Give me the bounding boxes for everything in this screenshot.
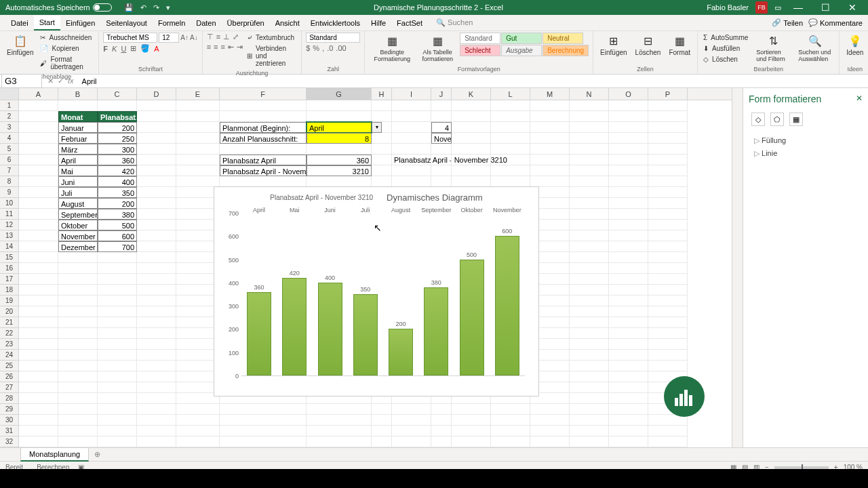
- row-header-10[interactable]: 10: [0, 198, 19, 209]
- cell-D32[interactable]: [137, 436, 176, 447]
- cell-A32[interactable]: [19, 436, 58, 447]
- size-tab-icon[interactable]: ▦: [789, 113, 803, 126]
- row-header-11[interactable]: 11: [0, 209, 19, 220]
- cell-G29[interactable]: [307, 404, 372, 415]
- cell-P18[interactable]: [648, 285, 688, 296]
- cell-F32[interactable]: [220, 436, 307, 447]
- cell-N13[interactable]: [570, 230, 609, 241]
- row-header-20[interactable]: 20: [0, 306, 19, 317]
- cell-O1[interactable]: [609, 100, 648, 111]
- col-header-C[interactable]: C: [98, 88, 137, 100]
- cell-G31[interactable]: [307, 426, 372, 436]
- paste-button[interactable]: 📋Einfügen: [4, 33, 36, 58]
- fill-option[interactable]: Füllung: [749, 134, 863, 147]
- cell-A17[interactable]: [19, 274, 58, 285]
- cell-C22[interactable]: [98, 328, 137, 339]
- col-header-E[interactable]: E: [176, 88, 220, 100]
- col-header-K[interactable]: K: [452, 88, 491, 100]
- cell-A24[interactable]: [19, 350, 58, 361]
- ideas-button[interactable]: 💡Ideen: [844, 33, 866, 58]
- cell-D26[interactable]: [137, 371, 176, 382]
- cell-P8[interactable]: [648, 176, 688, 187]
- cell-A11[interactable]: [19, 209, 58, 220]
- cell-F2[interactable]: [220, 111, 307, 122]
- cell-N28[interactable]: [570, 393, 609, 404]
- cell-C11[interactable]: 380: [98, 209, 137, 220]
- cell-C5[interactable]: 300: [98, 144, 137, 155]
- cell-B6[interactable]: April: [58, 155, 98, 165]
- col-header-M[interactable]: M: [530, 88, 570, 100]
- cell-G1[interactable]: [307, 100, 372, 111]
- cell-D10[interactable]: [137, 198, 176, 209]
- bar-Oktober[interactable]: [460, 260, 484, 375]
- merge-button[interactable]: ⊞ Verbinden und zentrieren: [245, 43, 297, 68]
- cell-C15[interactable]: [98, 252, 137, 263]
- cut-button[interactable]: ✂ Ausschneiden: [39, 33, 94, 43]
- comma-icon[interactable]: ,: [322, 44, 324, 52]
- tab-daten[interactable]: Daten: [191, 16, 221, 30]
- cell-C30[interactable]: [98, 415, 137, 426]
- align-top-icon[interactable]: ⊤: [207, 33, 214, 41]
- col-header-N[interactable]: N: [570, 88, 609, 100]
- row-header-31[interactable]: 31: [0, 426, 19, 436]
- fill-color-button[interactable]: 🪣: [140, 44, 150, 53]
- autosum-button[interactable]: Σ AutoSumme: [702, 33, 751, 43]
- cell-A5[interactable]: [19, 144, 58, 155]
- cell-C7[interactable]: 420: [98, 165, 137, 176]
- cell-A21[interactable]: [19, 317, 58, 328]
- cell-G3[interactable]: April: [307, 122, 372, 133]
- cell-D28[interactable]: [137, 393, 176, 404]
- cell-D17[interactable]: [137, 274, 176, 285]
- wrap-text-button[interactable]: ⤶ Textumbruch: [245, 33, 297, 43]
- style-ausgabe[interactable]: Ausgabe: [501, 45, 542, 56]
- cell-L6[interactable]: [491, 155, 530, 165]
- bar-November[interactable]: [495, 236, 519, 375]
- cell-P2[interactable]: [648, 111, 688, 122]
- cell-D12[interactable]: [137, 220, 176, 230]
- cell-B8[interactable]: Juni: [58, 176, 98, 187]
- find-select-button[interactable]: 🔍Suchen und Auswählen: [795, 33, 835, 64]
- cell-I3[interactable]: [392, 122, 431, 133]
- cell-K2[interactable]: [452, 111, 491, 122]
- cell-E2[interactable]: [176, 111, 220, 122]
- cell-A2[interactable]: [19, 111, 58, 122]
- cell-D7[interactable]: [137, 165, 176, 176]
- cell-F4[interactable]: Anzahl Planausschnitt:: [220, 133, 307, 144]
- cell-J3[interactable]: 4: [431, 122, 452, 133]
- cell-P22[interactable]: [648, 328, 688, 339]
- cell-J29[interactable]: [431, 404, 452, 415]
- cell-E3[interactable]: [176, 122, 220, 133]
- cell-N22[interactable]: [570, 328, 609, 339]
- cell-G2[interactable]: [307, 111, 372, 122]
- cell-M1[interactable]: [530, 100, 570, 111]
- autosave-toggle[interactable]: Automatisches Speichern: [5, 3, 112, 12]
- cell-B20[interactable]: [58, 306, 98, 317]
- cell-E31[interactable]: [176, 426, 220, 436]
- col-header-H[interactable]: H: [372, 88, 392, 100]
- cell-O17[interactable]: [609, 274, 648, 285]
- cell-P24[interactable]: [648, 350, 688, 361]
- col-header-I[interactable]: I: [392, 88, 431, 100]
- align-left-icon[interactable]: ≡: [207, 43, 211, 52]
- cell-O2[interactable]: [609, 111, 648, 122]
- cell-D3[interactable]: [137, 122, 176, 133]
- line-option[interactable]: Linie: [749, 147, 863, 160]
- cell-D21[interactable]: [137, 317, 176, 328]
- row-header-21[interactable]: 21: [0, 317, 19, 328]
- cell-J8[interactable]: [431, 176, 452, 187]
- row-header-9[interactable]: 9: [0, 187, 19, 198]
- cell-O15[interactable]: [609, 252, 648, 263]
- cell-C29[interactable]: [98, 404, 137, 415]
- border-button[interactable]: ⊞: [130, 44, 136, 53]
- cell-H7[interactable]: [372, 165, 392, 176]
- row-header-14[interactable]: 14: [0, 241, 19, 252]
- cell-D31[interactable]: [137, 426, 176, 436]
- delete-cells-button[interactable]: ⊟Löschen: [633, 33, 664, 58]
- style-berechnung[interactable]: Berechnung: [542, 45, 589, 56]
- cell-C26[interactable]: [98, 371, 137, 382]
- cell-H32[interactable]: [372, 436, 392, 447]
- cell-N6[interactable]: [570, 155, 609, 165]
- zoom-slider[interactable]: [774, 466, 829, 469]
- cell-M8[interactable]: [530, 176, 570, 187]
- cell-M7[interactable]: [530, 165, 570, 176]
